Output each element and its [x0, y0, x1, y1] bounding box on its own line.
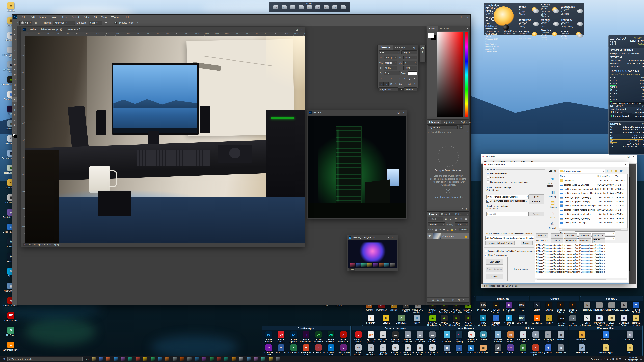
- fence-item-unifi-controller[interactable]: UUniFi Controller: [441, 331, 453, 343]
- desktop-toolbar-label[interactable]: Desktop: [591, 358, 599, 361]
- eraser-tool[interactable]: ▨: [12, 82, 17, 87]
- pattern-options-button[interactable]: Options: [529, 212, 544, 216]
- hue-slider[interactable]: [464, 32, 468, 117]
- taskbar-app-icon[interactable]: [209, 357, 214, 361]
- tracking-select[interactable]: 0˅: [403, 61, 417, 65]
- taskbar-app-icon[interactable]: [98, 357, 104, 361]
- taskbar-app-icon[interactable]: [202, 357, 207, 361]
- canvas-image[interactable]: [25, 36, 305, 243]
- adjustment-layer-icon[interactable]: ◐: [448, 299, 449, 301]
- format-options-button[interactable]: Options: [529, 194, 544, 199]
- fence-item-catzilla[interactable]: ✱CatZilla: [379, 315, 393, 324]
- fence-item-smartcontr[interactable]: ▦SmartContr...: [477, 345, 490, 354]
- fence-item-windirstat[interactable]: ▨WinDirStat: [554, 345, 567, 354]
- vertical-scale-input[interactable]: 100%: [384, 66, 397, 70]
- drive-icon-H[interactable]: ▤: [315, 5, 320, 9]
- fence-item-asus-rs200e9-windows[interactable]: ▭Asus RS200E9 (Windows): [352, 345, 364, 356]
- fence-games[interactable]: GamesSSteamλHalf-Life 2λHalf-Life 2 Epis…: [530, 296, 579, 326]
- drive-icon-E[interactable]: ▤: [298, 5, 304, 9]
- fence-item-adobe-photosh[interactable]: PsAdobe Photosh...: [262, 331, 275, 343]
- tray-icon[interactable]: ▤: [619, 358, 621, 360]
- start-button[interactable]: ⊞: [1, 357, 6, 361]
- save-as-txt-button[interactable]: Save as TXT: [592, 239, 605, 243]
- fence-utilities[interactable]: Utilities◈Process Explorer▤Process Monit…: [491, 326, 568, 356]
- panel-menu-icon[interactable]: ≡: [466, 27, 469, 30]
- fence-item-putty[interactable]: »PuTTY: [453, 345, 465, 354]
- lock-artboard-icon[interactable]: ⬚: [446, 228, 450, 231]
- library-search-input[interactable]: Search Current Library: [430, 131, 453, 133]
- opacity-input[interactable]: 100%˅: [455, 222, 468, 226]
- tab-adjustments[interactable]: Adjustments: [441, 120, 458, 124]
- tab-channels[interactable]: Channels: [439, 212, 453, 216]
- fence-home-network[interactable]: Home NetworkUUniFi Controller◠PRTG SysLo…: [440, 326, 490, 356]
- fence-item-surveillance-station-client[interactable]: ◎Surveillance Station Client: [466, 331, 478, 343]
- look-in-select[interactable]: desktop_screenshots˅: [559, 169, 605, 173]
- fence-item-timeline[interactable]: ▥Timeline: [478, 331, 490, 341]
- fence-item-nvidia-medusa[interactable]: ◉nVIDIA Medusa: [462, 315, 474, 327]
- tab-styles[interactable]: Styles: [458, 120, 469, 124]
- document-titlebar[interactable]: Ps core-i7-4770k-finished-01.jpg @ 41.3%…: [22, 27, 305, 32]
- maximize-icon[interactable]: ☐: [296, 28, 298, 31]
- fence-item-wo[interactable]: ▤Wo...: [622, 345, 637, 354]
- document-titlebar[interactable]: Ps desktop_current_macpro... ─☐✕: [347, 235, 398, 240]
- fence-item-nvidia-a-new-dawn[interactable]: ◉nVIDIA A New Dawn: [426, 315, 438, 327]
- taskbar-app-icon[interactable]: [150, 357, 155, 361]
- fence-item-netgear-s3300-28x[interactable]: ▬Netgear S3300-28X: [414, 331, 426, 343]
- fence-item-process-monitor[interactable]: ▤Process Monitor: [504, 331, 517, 343]
- opentype-button-4[interactable]: aa: [398, 82, 402, 86]
- fence-item-d-link-dcs-6210[interactable]: ◉D-Link DCS-6210: [426, 345, 438, 356]
- zoom-level[interactable]: 100%: [349, 269, 355, 271]
- place-libraries[interactable]: ▤Libraries: [547, 200, 559, 208]
- close-icon[interactable]: ✕: [632, 155, 635, 158]
- color-gradient-picker[interactable]: [437, 32, 463, 117]
- fence-item-visual-studio-2017[interactable]: ◇Visual Studio 2017: [337, 345, 350, 356]
- healing-brush-tool[interactable]: ◉: [12, 62, 17, 67]
- fence-flight-sims[interactable]: Flight SimsP3DPrepar3D v4◆REX Sky Force …: [476, 296, 529, 326]
- remove-button[interactable]: Remove: [565, 233, 577, 238]
- back-icon[interactable]: ◄: [606, 169, 608, 172]
- lasso-tool[interactable]: ◌: [12, 42, 17, 47]
- fence-item-crystaldisk[interactable]: ◆CrystalDisk...: [542, 345, 554, 354]
- marquee-tool[interactable]: ▭: [12, 37, 17, 42]
- fence-item-d-link-dcs-5222l[interactable]: ◉D-Link DCS 5222L: [414, 345, 426, 356]
- filter-pixel-icon[interactable]: ▣: [444, 217, 448, 221]
- radio-batch-conversion-rename-result-files[interactable]: Batch conversion - Rename result files: [487, 180, 544, 184]
- file-row[interactable]: desktop_current_macpro_clear.jpg20/01/20…: [560, 204, 628, 208]
- path-selection-tool[interactable]: ▶: [12, 112, 17, 117]
- file-row[interactable]: desktop_c2q-q9650_clear.jpg13/07/2018 02…: [560, 195, 628, 199]
- fence-item-openbve-addons[interactable]: ▤openBVE Addons: [630, 315, 642, 327]
- fence-item-adobe-dreamwea[interactable]: DwAdobe Dreamwea...: [312, 331, 325, 343]
- close-icon[interactable]: ✕: [403, 111, 405, 114]
- include-subfolders-checkbox[interactable]: [484, 250, 487, 252]
- input-list-hscrollbar[interactable]: ‹: [535, 278, 626, 280]
- layer-visibility-icon[interactable]: 👁: [428, 235, 431, 238]
- fence-item-ci323-unrefurb[interactable]: ▨CI323 Unrefurb_...: [606, 315, 618, 327]
- fence-item-carxmlco[interactable]: bCarXMLCo...: [618, 302, 630, 311]
- fence-item-performance-monitor[interactable]: ◔Performance Monitor: [517, 331, 530, 343]
- place-network[interactable]: ⊕Network: [547, 221, 559, 229]
- style-button-0[interactable]: T: [379, 77, 383, 80]
- file-row[interactable]: desktop_apps_01-2019.jpg31/01/2019 08:39…: [560, 183, 628, 187]
- pen-tool[interactable]: ♦: [12, 102, 17, 107]
- fence-item-uktrainsys-debug[interactable]: ▦UkTrainSys Debug: [618, 315, 630, 327]
- opentype-button-1[interactable]: o: [384, 82, 388, 86]
- menu-view[interactable]: View: [99, 15, 109, 18]
- tray-icon[interactable]: ✉: [616, 358, 618, 360]
- fence-item-nvidia-island-demo[interactable]: ◉nVIDIA Island Demo: [450, 315, 462, 327]
- fence-item-adobe-premiere-p[interactable]: PrAdobe Premiere P...: [300, 331, 312, 343]
- shape-tool[interactable]: □: [12, 117, 17, 122]
- close-icon[interactable]: ✕: [624, 163, 627, 166]
- fence-item-sky-q-hub-er110[interactable]: skySky Q Hub (ER110): [364, 331, 377, 343]
- fence-item-microsoft-flight-si[interactable]: ✈Microsoft Flight Si...: [490, 315, 502, 327]
- tray-chevron-icon[interactable]: ⌃: [603, 358, 605, 360]
- fence-item-windowbli-10[interactable]: ▣WindowBli... 10: [574, 331, 589, 343]
- tray-icon[interactable]: ◆: [606, 358, 608, 360]
- taskbar-app-icon[interactable]: [231, 357, 236, 361]
- lock-paint-icon[interactable]: ✎: [438, 228, 442, 231]
- blur-tool[interactable]: ○: [12, 92, 17, 97]
- fence-item-d-link-dcs-4602ev[interactable]: ◉D-Link DCS-4602EV: [402, 345, 414, 356]
- file-list-hscrollbar[interactable]: ‹: [559, 228, 628, 231]
- radio-batch-rename[interactable]: Batch rename: [487, 175, 544, 180]
- search-box[interactable]: ⌕ Type here to search: [8, 357, 82, 362]
- fence-item-corsair-link[interactable]: ◢Corsair Link: [492, 345, 504, 354]
